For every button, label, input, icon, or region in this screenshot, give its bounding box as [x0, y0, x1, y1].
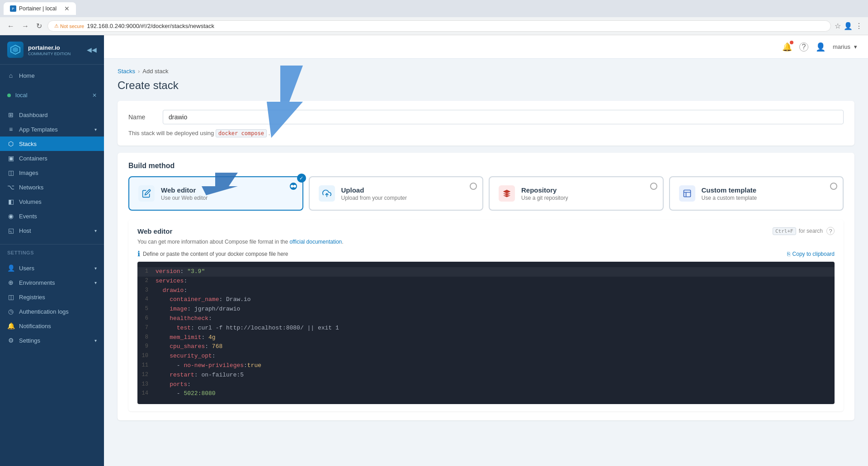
- nav-refresh-button[interactable]: ↻: [34, 20, 44, 32]
- sidebar-logo: portainer.io COMMUNITY EDITION ◀◀: [0, 35, 104, 65]
- line-num-13: 13: [137, 380, 156, 390]
- code-line-8: 8 mem_limit: 4g: [137, 333, 835, 343]
- sidebar-item-volumes[interactable]: ◧ Volumes: [0, 194, 104, 209]
- breadcrumb: Stacks › Add stack: [118, 68, 854, 75]
- browser-tab-active[interactable]: P Portainer | local ✕: [4, 2, 76, 15]
- volumes-label: Volumes: [19, 198, 97, 205]
- code-line-13: 13 ports:: [137, 380, 835, 390]
- svg-rect-7: [684, 190, 690, 197]
- sidebar-item-notifications[interactable]: 🔔 Notifications: [0, 319, 104, 333]
- line-content-3: drawio:: [156, 286, 835, 296]
- sidebar-collapse-button[interactable]: ◀◀: [87, 46, 97, 53]
- sidebar-item-containers[interactable]: ▣ Containers: [0, 151, 104, 165]
- main-content: Stacks › Add stack Create stack: [104, 59, 868, 466]
- sidebar-item-images[interactable]: ◫ Images: [0, 165, 104, 180]
- host-icon: ◱: [7, 227, 14, 234]
- tab-close-button[interactable]: ✕: [64, 5, 70, 12]
- sidebar-item-users[interactable]: 👤 Users ▾: [0, 261, 104, 275]
- sidebar-item-settings[interactable]: ⚙ Settings ▾: [0, 333, 104, 348]
- code-line-14: 14 - 5022:8080: [137, 389, 835, 399]
- method-card-web-editor[interactable]: Web editor Use our Web editor ✓: [128, 176, 303, 211]
- upload-desc: Upload from your computer: [341, 195, 407, 201]
- bookmark-icon[interactable]: ☆: [835, 22, 841, 30]
- official-documentation-link[interactable]: official documentation: [289, 239, 342, 245]
- name-input[interactable]: [163, 110, 844, 124]
- notifications-bell[interactable]: 🔔: [782, 42, 792, 52]
- upload-card-text: Upload Upload from your computer: [341, 186, 407, 201]
- sidebar-home-section: ⌂ Home: [0, 65, 104, 86]
- shortcut-key: Ctrl+F: [773, 227, 796, 235]
- custom-template-title: Custom template: [702, 186, 757, 194]
- address-bar[interactable]: ⚠ Not secure 192.168.0.240:9000/#!/2/doc…: [47, 20, 831, 32]
- app-templates-icon: ≡: [7, 126, 14, 133]
- repository-card-text: Repository Use a git repository: [521, 186, 568, 201]
- sidebar-item-host[interactable]: ◱ Host ▾: [0, 223, 104, 238]
- tab-label: Portainer | local: [19, 5, 57, 12]
- line-content-5: image: jgraph/drawio: [156, 305, 835, 314]
- line-num-1: 1: [137, 267, 156, 277]
- repository-desc: Use a git repository: [521, 195, 568, 201]
- web-editor-card-icon: [138, 185, 155, 202]
- editor-title: Web editor: [137, 227, 172, 235]
- sidebar-item-networks[interactable]: ⌥ Networks: [0, 180, 104, 194]
- more-icon[interactable]: ⋮: [855, 22, 863, 30]
- method-card-custom-template[interactable]: Custom template Use a custom template: [669, 176, 844, 211]
- registries-icon: ◫: [7, 293, 14, 301]
- env-name: local: [15, 92, 88, 99]
- copy-to-clipboard-button[interactable]: ⎘ Copy to clipboard: [787, 251, 835, 257]
- networks-icon: ⌥: [7, 184, 14, 191]
- sidebar-nav-section: ⊞ Dashboard ≡ App Templates ▾ ⬡ Stacks ▣…: [0, 104, 104, 241]
- env-close-icon[interactable]: ✕: [92, 92, 97, 99]
- copy-icon: ⎘: [787, 251, 790, 257]
- help-icon[interactable]: ?: [799, 42, 808, 52]
- line-content-12: restart: on-failure:5: [156, 371, 835, 380]
- logo-area: portainer.io COMMUNITY EDITION: [7, 42, 71, 58]
- volumes-icon: ◧: [7, 198, 14, 205]
- sidebar-item-stacks[interactable]: ⬡ Stacks: [0, 137, 104, 151]
- env-section: local ✕: [0, 86, 104, 104]
- custom-template-card-text: Custom template Use a custom template: [702, 186, 757, 201]
- sidebar-item-dashboard[interactable]: ⊞ Dashboard: [0, 108, 104, 122]
- breadcrumb-stacks-link[interactable]: Stacks: [118, 68, 135, 75]
- sidebar-item-registries[interactable]: ◫ Registries: [0, 290, 104, 304]
- name-label: Name: [128, 113, 156, 121]
- line-content-7: test: curl -f http://localhost:8080/ || …: [156, 324, 835, 333]
- auth-logs-label: Authentication logs: [19, 308, 97, 315]
- deploy-info: This stack will be deployed using docker…: [128, 130, 844, 137]
- tab-favicon: P: [10, 5, 16, 12]
- method-card-upload[interactable]: Upload Upload from your computer: [309, 176, 484, 211]
- editor-section: Web editor Ctrl+F for search ? You can g…: [128, 220, 844, 411]
- images-icon: ◫: [7, 169, 14, 176]
- profile-icon[interactable]: 👤: [844, 22, 853, 30]
- user-menu[interactable]: marius ▾: [833, 43, 857, 50]
- home-label: Home: [19, 72, 97, 79]
- sidebar-item-auth-logs[interactable]: ◷ Authentication logs: [0, 304, 104, 319]
- nav-forward-button[interactable]: →: [20, 20, 31, 32]
- line-num-9: 9: [137, 342, 156, 352]
- stacks-icon: ⬡: [7, 140, 14, 147]
- line-num-11: 11: [137, 361, 156, 371]
- sidebar-item-app-templates[interactable]: ≡ App Templates ▾: [0, 122, 104, 137]
- code-editor[interactable]: 1 version: "3.9" 2 services: 3 drawio:: [137, 262, 835, 404]
- bell-badge: [790, 41, 793, 44]
- logo-subtitle: COMMUNITY EDITION: [28, 52, 71, 56]
- nav-back-button[interactable]: ←: [5, 20, 16, 32]
- user-profile-icon[interactable]: 👤: [816, 42, 826, 52]
- editor-shortcut: Ctrl+F for search: [773, 227, 823, 235]
- editor-help-icon[interactable]: ?: [826, 227, 835, 235]
- editor-hint-text: Define or paste the content of your dock…: [143, 251, 288, 257]
- address-text: 192.168.0.240:9000/#!/2/docker/stacks/ne…: [87, 23, 214, 29]
- nav-right-icons: ☆ 👤 ⋮: [835, 22, 863, 30]
- method-card-repository[interactable]: Repository Use a git repository: [489, 176, 664, 211]
- browser-tabs: P Portainer | local ✕: [4, 2, 76, 15]
- sidebar-env-local[interactable]: local ✕: [0, 88, 104, 102]
- upload-card-icon: [319, 185, 335, 202]
- settings-icon: ⚙: [7, 337, 14, 344]
- code-line-6: 6 healthcheck:: [137, 314, 835, 324]
- sidebar-item-home[interactable]: ⌂ Home: [0, 68, 104, 83]
- sidebar-item-events[interactable]: ◉ Events: [0, 209, 104, 223]
- line-num-2: 2: [137, 277, 156, 286]
- sidebar-item-environments[interactable]: ⊕ Environments ▾: [0, 275, 104, 290]
- line-num-14: 14: [137, 389, 156, 399]
- code-line-2: 2 services:: [137, 277, 835, 286]
